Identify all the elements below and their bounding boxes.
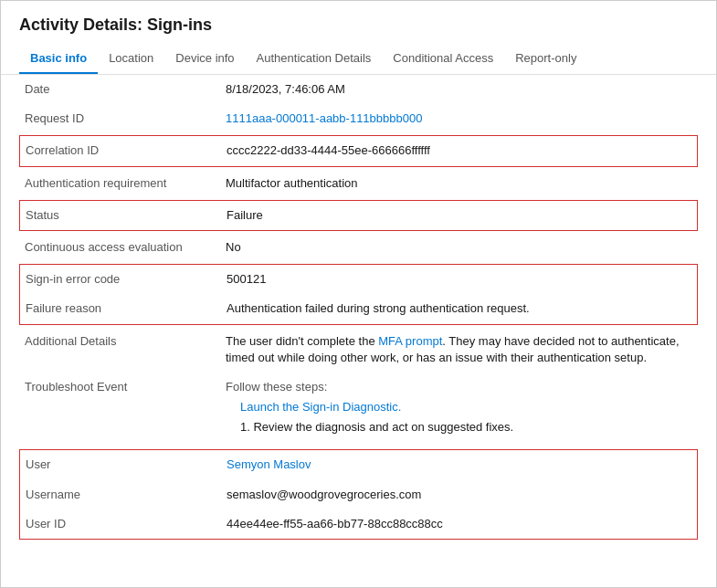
tab-basic-info[interactable]: Basic info (19, 44, 98, 74)
failure-reason-row: Failure reason Authentication failed dur… (20, 294, 697, 323)
user-id-value: 44ee44ee-ff55-aa66-bb77-88cc88cc88cc (227, 516, 691, 532)
continuous-row: Continuous access evaluation No (19, 233, 698, 262)
correlation-id-value: cccc2222-dd33-4444-55ee-666666ffffff (227, 142, 691, 159)
user-value[interactable]: Semyon Maslov (227, 457, 691, 473)
date-row: Date 8/18/2023, 7:46:06 AM (19, 75, 698, 104)
correlation-id-box: Correlation ID cccc2222-dd33-4444-55ee-6… (19, 135, 698, 166)
additional-details-text1: The user didn't complete the (226, 334, 378, 348)
title-bar: Activity Details: Sign-ins (1, 1, 716, 44)
tab-conditional-access[interactable]: Conditional Access (382, 44, 504, 74)
correlation-id-row: Correlation ID cccc2222-dd33-4444-55ee-6… (20, 136, 697, 165)
auth-req-row: Authentication requirement Multifactor a… (19, 169, 698, 198)
user-id-label: User ID (26, 516, 227, 530)
troubleshoot-value: Follow these steps: Launch the Sign-in D… (226, 379, 692, 436)
tab-location[interactable]: Location (98, 44, 164, 74)
content-area: Date 8/18/2023, 7:46:06 AM Request ID 11… (1, 75, 716, 560)
tab-report-only[interactable]: Report-only (504, 44, 587, 74)
request-id-value[interactable]: 1111aaa-000011-aabb-111bbbbb000 (226, 110, 692, 127)
error-code-label: Sign-in error code (26, 271, 227, 286)
additional-details-row: Additional Details The user didn't compl… (19, 327, 698, 373)
troubleshoot-label: Troubleshoot Event (25, 379, 226, 394)
continuous-label: Continuous access evaluation (25, 239, 226, 254)
user-row: User Semyon Maslov (20, 450, 697, 479)
page-title: Activity Details: Sign-ins (19, 16, 698, 35)
status-label: Status (26, 207, 227, 222)
user-label: User (26, 457, 227, 471)
date-value: 8/18/2023, 7:46:06 AM (226, 81, 692, 98)
troubleshoot-steps: Follow these steps: Launch the Sign-in D… (226, 379, 692, 436)
auth-req-value: Multifactor authentication (226, 175, 692, 192)
additional-details-link-text: MFA prompt (378, 334, 442, 348)
error-code-value: 500121 (227, 271, 691, 288)
troubleshoot-step1: 1. Review the diagnosis and act on sugge… (240, 419, 692, 436)
status-box: Status Failure (19, 200, 698, 231)
username-value: semaslov@woodgrovegroceries.com (227, 487, 691, 503)
user-box: User Semyon Maslov Username semaslov@woo… (19, 449, 698, 540)
request-id-row: Request ID 1111aaa-000011-aabb-111bbbbb0… (19, 104, 698, 133)
troubleshoot-follow: Follow these steps: (226, 379, 692, 395)
auth-req-label: Authentication requirement (25, 175, 226, 190)
username-row: Username semaslov@woodgrovegroceries.com (20, 480, 697, 509)
correlation-id-label: Correlation ID (26, 142, 227, 157)
status-row: Status Failure (20, 201, 697, 230)
troubleshoot-row: Troubleshoot Event Follow these steps: L… (19, 373, 698, 443)
continuous-value: No (226, 239, 692, 256)
error-code-row: Sign-in error code 500121 (20, 265, 697, 294)
status-value: Failure (227, 207, 691, 224)
tab-device-info[interactable]: Device info (164, 44, 245, 74)
troubleshoot-link[interactable]: Launch the Sign-in Diagnostic. (240, 399, 692, 415)
user-id-row: User ID 44ee44ee-ff55-aa66-bb77-88cc88cc… (20, 509, 697, 539)
tab-bar: Basic info Location Device info Authenti… (1, 44, 716, 75)
request-id-label: Request ID (25, 110, 226, 125)
username-label: Username (26, 487, 227, 501)
tab-authentication-details[interactable]: Authentication Details (246, 44, 383, 74)
date-label: Date (25, 81, 226, 96)
failure-reason-value: Authentication failed during strong auth… (227, 300, 691, 317)
additional-details-label: Additional Details (25, 333, 226, 348)
additional-details-value: The user didn't complete the MFA prompt.… (226, 333, 692, 366)
activity-details-window: Activity Details: Sign-ins Basic info Lo… (0, 0, 717, 588)
error-box: Sign-in error code 500121 Failure reason… (19, 264, 698, 324)
failure-reason-label: Failure reason (26, 300, 227, 315)
